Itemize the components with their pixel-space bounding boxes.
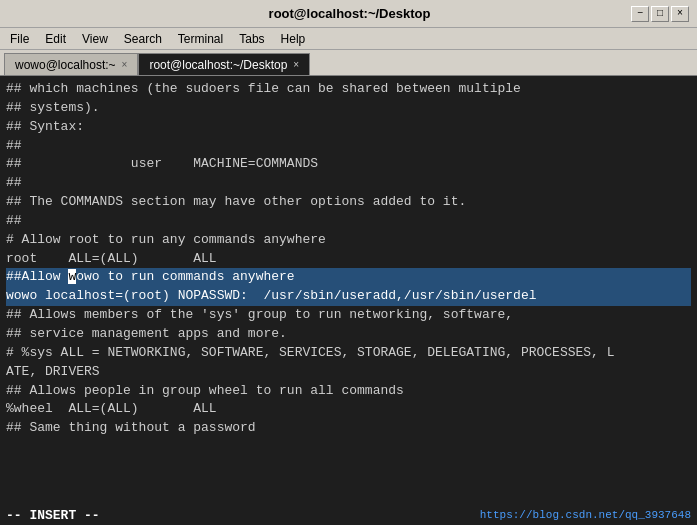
vim-mode: -- INSERT --	[6, 508, 100, 523]
status-bar: -- INSERT -- https://blog.csdn.net/qq_39…	[0, 505, 697, 525]
lines-container: ## which machines (the sudoers file can …	[6, 80, 691, 438]
tab-1[interactable]: root@localhost:~/Desktop×	[138, 53, 310, 75]
close-button[interactable]: ×	[671, 6, 689, 22]
title-bar: root@localhost:~/Desktop − □ ×	[0, 0, 697, 28]
terminal-line-6: ## The COMMANDS section may have other o…	[6, 193, 691, 212]
terminal-line-0: ## which machines (the sudoers file can …	[6, 80, 691, 99]
url-hint: https://blog.csdn.net/qq_3937648	[480, 509, 691, 521]
terminal-line-1: ## systems).	[6, 99, 691, 118]
tab-0[interactable]: wowo@localhost:~×	[4, 53, 138, 75]
menu-item-file[interactable]: File	[4, 30, 35, 48]
terminal-line-2: ## Syntax:	[6, 118, 691, 137]
terminal-line-9: root ALL=(ALL) ALL	[6, 250, 691, 269]
terminal-line-5: ##	[6, 174, 691, 193]
terminal-line-22: ## Same thing without a password	[6, 419, 691, 438]
terminal-line-16: # %sys ALL = NETWORKING, SOFTWARE, SERVI…	[6, 344, 691, 363]
window-controls[interactable]: − □ ×	[631, 6, 689, 22]
menu-item-search[interactable]: Search	[118, 30, 168, 48]
tab-bar: wowo@localhost:~×root@localhost:~/Deskto…	[0, 50, 697, 76]
terminal-line-11: ##Allow wowo to run commands anywhere	[6, 268, 691, 287]
terminal-line-3: ##	[6, 137, 691, 156]
terminal-line-20: %wheel ALL=(ALL) ALL	[6, 400, 691, 419]
terminal-line-12: wowo localhost=(root) NOPASSWD: /usr/sbi…	[6, 287, 691, 306]
maximize-button[interactable]: □	[651, 6, 669, 22]
window-title: root@localhost:~/Desktop	[68, 6, 631, 21]
terminal-line-19: ## Allows people in group wheel to run a…	[6, 382, 691, 401]
terminal-line-7: ##	[6, 212, 691, 231]
menu-item-view[interactable]: View	[76, 30, 114, 48]
terminal-line-4: ## user MACHINE=COMMANDS	[6, 155, 691, 174]
menu-item-tabs[interactable]: Tabs	[233, 30, 270, 48]
terminal-line-17: ATE, DRIVERS	[6, 363, 691, 382]
menu-item-terminal[interactable]: Terminal	[172, 30, 229, 48]
terminal-line-14: ## Allows members of the 'sys' group to …	[6, 306, 691, 325]
tab-close-0[interactable]: ×	[122, 59, 128, 70]
terminal-line-15: ## service management apps and more.	[6, 325, 691, 344]
menu-item-help[interactable]: Help	[275, 30, 312, 48]
menu-bar: FileEditViewSearchTerminalTabsHelp	[0, 28, 697, 50]
menu-item-edit[interactable]: Edit	[39, 30, 72, 48]
tab-close-1[interactable]: ×	[293, 59, 299, 70]
terminal-content[interactable]: ## which machines (the sudoers file can …	[0, 76, 697, 525]
minimize-button[interactable]: −	[631, 6, 649, 22]
terminal-line-8: # Allow root to run any commands anywher…	[6, 231, 691, 250]
